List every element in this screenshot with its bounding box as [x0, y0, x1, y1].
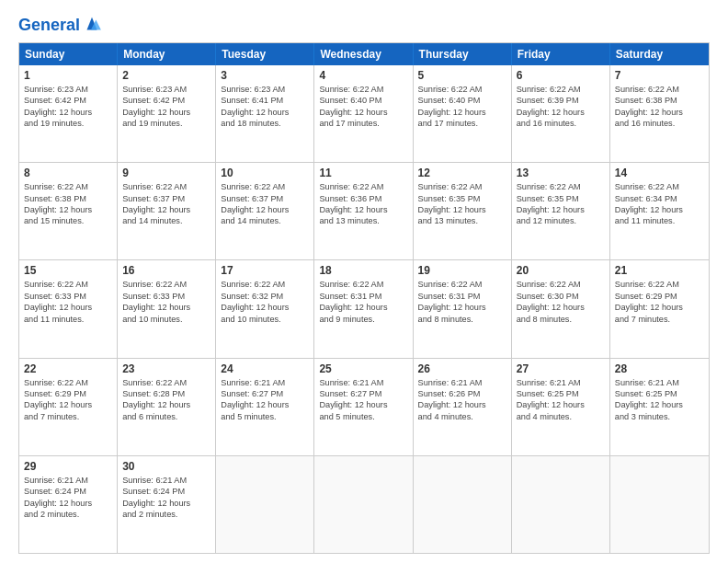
day-number: 23	[122, 362, 210, 375]
cell-line-0: Sunrise: 6:23 AM	[122, 84, 210, 95]
cell-line-3: and 2 minutes.	[24, 509, 112, 520]
cell-line-1: Sunset: 6:33 PM	[122, 291, 210, 302]
cell-line-1: Sunset: 6:27 PM	[319, 388, 407, 399]
calendar-cell-7: 7Sunrise: 6:22 AMSunset: 6:38 PMDaylight…	[610, 65, 709, 162]
cell-line-3: and 10 minutes.	[221, 314, 309, 325]
cell-line-1: Sunset: 6:29 PM	[615, 291, 704, 302]
cell-line-1: Sunset: 6:37 PM	[221, 193, 309, 204]
cell-line-3: and 4 minutes.	[517, 411, 605, 422]
cell-line-0: Sunrise: 6:22 AM	[615, 84, 704, 95]
day-number: 1	[24, 69, 112, 82]
day-number: 6	[517, 69, 605, 82]
day-number: 12	[418, 167, 506, 179]
cell-line-1: Sunset: 6:42 PM	[122, 95, 210, 106]
cell-line-1: Sunset: 6:29 PM	[24, 388, 112, 399]
calendar-cell-empty	[610, 456, 709, 553]
cell-line-2: Daylight: 12 hours	[24, 302, 112, 313]
calendar: SundayMondayTuesdayWednesdayThursdayFrid…	[18, 42, 710, 554]
calendar-row-1: 1Sunrise: 6:23 AMSunset: 6:42 PMDaylight…	[19, 65, 709, 162]
cell-line-2: Daylight: 12 hours	[517, 107, 605, 118]
cell-line-1: Sunset: 6:36 PM	[319, 193, 407, 204]
cell-line-2: Daylight: 12 hours	[615, 107, 704, 118]
cell-line-3: and 13 minutes.	[418, 215, 506, 226]
cell-line-2: Daylight: 12 hours	[24, 399, 112, 410]
day-number: 18	[319, 264, 407, 277]
cell-line-1: Sunset: 6:25 PM	[615, 388, 704, 399]
day-number: 5	[418, 69, 506, 82]
calendar-cell-empty	[216, 456, 314, 553]
day-number: 19	[418, 264, 506, 277]
cell-line-0: Sunrise: 6:22 AM	[122, 279, 210, 290]
cell-line-0: Sunrise: 6:22 AM	[24, 279, 112, 290]
cell-line-3: and 18 minutes.	[221, 118, 309, 129]
calendar-row-5: 29Sunrise: 6:21 AMSunset: 6:24 PMDayligh…	[19, 455, 709, 553]
cell-line-2: Daylight: 12 hours	[24, 204, 112, 215]
calendar-cell-29: 29Sunrise: 6:21 AMSunset: 6:24 PMDayligh…	[19, 456, 118, 553]
cell-line-3: and 2 minutes.	[122, 509, 210, 520]
cell-line-0: Sunrise: 6:21 AM	[24, 475, 112, 486]
calendar-cell-10: 10Sunrise: 6:22 AMSunset: 6:37 PMDayligh…	[216, 163, 314, 259]
calendar-cell-15: 15Sunrise: 6:22 AMSunset: 6:33 PMDayligh…	[19, 260, 118, 357]
cell-line-3: and 11 minutes.	[615, 215, 704, 226]
cell-line-1: Sunset: 6:40 PM	[418, 95, 506, 106]
calendar-cell-empty	[314, 456, 413, 553]
calendar-cell-3: 3Sunrise: 6:23 AMSunset: 6:41 PMDaylight…	[216, 65, 314, 162]
cell-line-0: Sunrise: 6:22 AM	[24, 377, 112, 388]
day-number: 16	[122, 264, 210, 277]
day-number: 7	[615, 69, 704, 82]
cell-line-1: Sunset: 6:35 PM	[517, 193, 605, 204]
cell-line-3: and 7 minutes.	[24, 411, 112, 422]
calendar-cell-8: 8Sunrise: 6:22 AMSunset: 6:38 PMDaylight…	[19, 163, 118, 259]
cell-line-1: Sunset: 6:41 PM	[221, 95, 309, 106]
calendar-cell-25: 25Sunrise: 6:21 AMSunset: 6:27 PMDayligh…	[314, 359, 413, 455]
cell-line-0: Sunrise: 6:22 AM	[221, 181, 309, 192]
cell-line-2: Daylight: 12 hours	[221, 399, 309, 410]
cell-line-0: Sunrise: 6:21 AM	[615, 377, 704, 388]
cell-line-2: Daylight: 12 hours	[319, 107, 407, 118]
calendar-cell-13: 13Sunrise: 6:22 AMSunset: 6:35 PMDayligh…	[512, 163, 610, 259]
cell-line-2: Daylight: 12 hours	[517, 302, 605, 313]
cell-line-2: Daylight: 12 hours	[122, 107, 210, 118]
page: General SundayMondayTuesdayWednesdayThur…	[0, 0, 728, 563]
header-day-wednesday: Wednesday	[314, 43, 413, 65]
calendar-cell-28: 28Sunrise: 6:21 AMSunset: 6:25 PMDayligh…	[610, 359, 709, 455]
cell-line-1: Sunset: 6:24 PM	[24, 486, 112, 497]
calendar-header: SundayMondayTuesdayWednesdayThursdayFrid…	[19, 43, 709, 65]
cell-line-1: Sunset: 6:28 PM	[122, 388, 210, 399]
calendar-cell-2: 2Sunrise: 6:23 AMSunset: 6:42 PMDaylight…	[118, 65, 216, 162]
cell-line-0: Sunrise: 6:23 AM	[221, 84, 309, 95]
logo-icon	[82, 15, 102, 35]
day-number: 20	[517, 264, 605, 277]
cell-line-3: and 8 minutes.	[517, 314, 605, 325]
cell-line-2: Daylight: 12 hours	[615, 399, 704, 410]
cell-line-0: Sunrise: 6:22 AM	[615, 181, 704, 192]
cell-line-3: and 9 minutes.	[319, 314, 407, 325]
day-number: 25	[319, 362, 407, 375]
cell-line-3: and 17 minutes.	[418, 118, 506, 129]
cell-line-0: Sunrise: 6:21 AM	[517, 377, 605, 388]
cell-line-2: Daylight: 12 hours	[319, 302, 407, 313]
cell-line-0: Sunrise: 6:22 AM	[319, 84, 407, 95]
cell-line-0: Sunrise: 6:22 AM	[221, 279, 309, 290]
cell-line-1: Sunset: 6:33 PM	[24, 291, 112, 302]
cell-line-3: and 5 minutes.	[221, 411, 309, 422]
calendar-cell-16: 16Sunrise: 6:22 AMSunset: 6:33 PMDayligh…	[118, 260, 216, 357]
cell-line-2: Daylight: 12 hours	[615, 204, 704, 215]
calendar-cell-14: 14Sunrise: 6:22 AMSunset: 6:34 PMDayligh…	[610, 163, 709, 259]
calendar-cell-21: 21Sunrise: 6:22 AMSunset: 6:29 PMDayligh…	[610, 260, 709, 357]
calendar-cell-23: 23Sunrise: 6:22 AMSunset: 6:28 PMDayligh…	[118, 359, 216, 455]
day-number: 17	[221, 264, 309, 277]
calendar-cell-12: 12Sunrise: 6:22 AMSunset: 6:35 PMDayligh…	[414, 163, 512, 259]
cell-line-1: Sunset: 6:32 PM	[221, 291, 309, 302]
header-day-sunday: Sunday	[19, 43, 118, 65]
calendar-row-2: 8Sunrise: 6:22 AMSunset: 6:38 PMDaylight…	[19, 162, 709, 259]
cell-line-2: Daylight: 12 hours	[122, 498, 210, 509]
cell-line-3: and 13 minutes.	[319, 215, 407, 226]
cell-line-2: Daylight: 12 hours	[319, 204, 407, 215]
calendar-cell-18: 18Sunrise: 6:22 AMSunset: 6:31 PMDayligh…	[314, 260, 413, 357]
header-day-thursday: Thursday	[414, 43, 512, 65]
calendar-row-3: 15Sunrise: 6:22 AMSunset: 6:33 PMDayligh…	[19, 259, 709, 357]
cell-line-2: Daylight: 12 hours	[221, 204, 309, 215]
cell-line-2: Daylight: 12 hours	[122, 302, 210, 313]
cell-line-1: Sunset: 6:35 PM	[418, 193, 506, 204]
